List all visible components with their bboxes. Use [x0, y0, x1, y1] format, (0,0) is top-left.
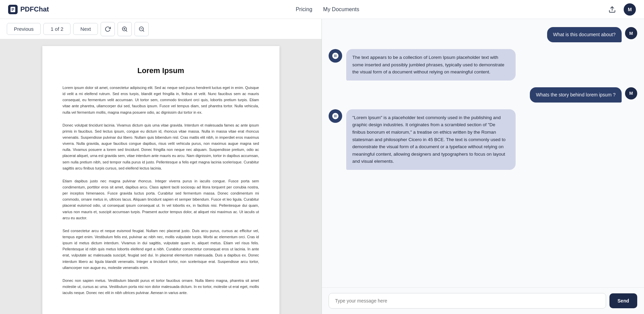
previous-button[interactable]: Previous	[7, 23, 41, 35]
zoom-out-button[interactable]	[134, 22, 149, 36]
user-bubble-2: Whats the story behind lorem ipsum ?	[530, 87, 622, 103]
refresh-button[interactable]	[101, 22, 115, 36]
chat-messages: What is this document about? M The text …	[322, 19, 644, 287]
page-indicator: 1 of 2	[43, 23, 70, 35]
user-bubble-1: What is this document about?	[547, 27, 622, 42]
chat-input[interactable]	[329, 293, 606, 309]
nav-links: Pricing My Documents	[296, 6, 359, 13]
bot-icon-1	[332, 52, 339, 60]
upload-icon-btn[interactable]	[606, 3, 618, 16]
pdf-paragraph-4: Sed consectetur arcu et neque euismod fe…	[63, 228, 259, 271]
logo-icon	[8, 5, 18, 14]
pdf-paragraph-5: Donec non sapien metus. Vestibulum bland…	[63, 277, 259, 296]
svg-line-7	[126, 30, 127, 31]
chat-input-area: Send	[322, 287, 644, 314]
pdf-viewer-area: Lorem Ipsum Lorem ipsum dolor sit amet, …	[0, 39, 321, 314]
pdf-title: Lorem Ipsum	[63, 66, 259, 75]
zoom-out-icon	[139, 26, 145, 32]
pdf-paragraph-3: Etiam dapibus justo nec magna pulvinar r…	[63, 178, 259, 221]
logo-text: PDFChat	[20, 5, 49, 13]
user-message-2: Whats the story behind lorem ipsum ? M	[329, 87, 637, 103]
bot-message-2: "Lorem Ipsum" is a placeholder text comm…	[329, 109, 637, 170]
zoom-in-button[interactable]	[118, 22, 132, 36]
bot-avatar-2	[329, 109, 342, 123]
header: PDFChat Pricing My Documents M	[0, 0, 644, 19]
bot-icon-2	[332, 112, 339, 120]
upload-icon	[608, 6, 616, 13]
refresh-icon	[105, 26, 111, 32]
svg-rect-3	[12, 9, 14, 10]
pdf-panel: Previous 1 of 2 Next	[0, 19, 322, 314]
next-button[interactable]: Next	[73, 23, 98, 35]
bot-avatar-1	[329, 49, 342, 63]
svg-line-11	[143, 30, 144, 31]
pdf-paragraph-2: Donec volutpat tincidunt lacinia. Vivamu…	[63, 122, 259, 171]
logo-area: PDFChat	[8, 5, 49, 14]
user-avatar-1: M	[625, 27, 637, 39]
user-avatar-2: M	[625, 87, 637, 99]
svg-rect-4	[12, 10, 13, 11]
pricing-link[interactable]: Pricing	[296, 6, 312, 13]
pdf-paragraph-1: Lorem ipsum dolor sit amet, consectetur …	[63, 85, 259, 115]
avatar[interactable]: M	[624, 3, 636, 16]
bot-bubble-1: The text appears to be a collection of L…	[346, 49, 516, 81]
zoom-in-icon	[122, 26, 128, 32]
bot-message-1: The text appears to be a collection of L…	[329, 49, 637, 81]
header-icons: M	[606, 3, 636, 16]
send-button[interactable]: Send	[609, 293, 637, 308]
pdf-toolbar: Previous 1 of 2 Next	[0, 19, 321, 39]
my-documents-link[interactable]: My Documents	[323, 6, 359, 13]
bot-bubble-2: "Lorem Ipsum" is a placeholder text comm…	[346, 109, 516, 170]
chat-panel: What is this document about? M The text …	[322, 19, 644, 314]
user-message-1: What is this document about? M	[329, 27, 637, 42]
pdf-page: Lorem Ipsum Lorem ipsum dolor sit amet, …	[42, 46, 279, 314]
svg-rect-2	[12, 8, 14, 9]
main-content: Previous 1 of 2 Next	[0, 19, 644, 314]
